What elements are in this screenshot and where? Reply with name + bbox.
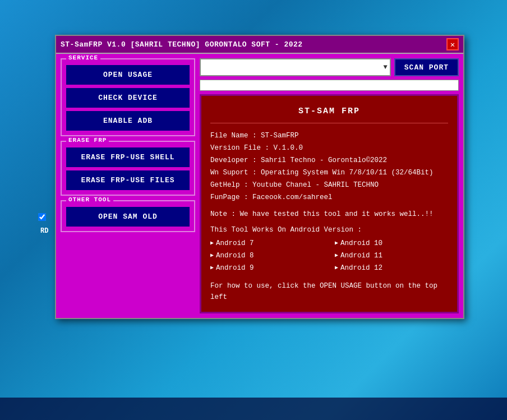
info-panel: ST-SAM FRP File Name : ST-SamFRP Version… [200, 94, 459, 313]
play-icon-1: ▶ [210, 239, 214, 248]
enable-adb-button[interactable]: ENABLE ADB [66, 111, 190, 131]
window-title: ST-SamFRP V1.0 [SAHRIL TECHNO] GORONTALO… [61, 40, 303, 49]
check-device-button[interactable]: CHECK DEVICE [66, 88, 190, 108]
info-title: ST-SAM FRP [210, 105, 448, 118]
erase-frp-group-label: ERASE FRP [66, 137, 109, 144]
info-version-file: Version File : V.1.0.0 [210, 142, 448, 154]
info-divider [210, 123, 448, 123]
desktop-rd-label: RD [40, 227, 48, 235]
info-get-help: GetHelp : Youtube Chanel - SAHRIL TECHNO [210, 179, 448, 191]
erase-frp-group: ERASE FRP ERASE FRP-USE SHELL ERASE FRP-… [61, 141, 195, 196]
android-9: ▶ Android 9 [210, 262, 324, 274]
android-10: ▶ Android 10 [335, 238, 448, 249]
android-8: ▶ Android 8 [210, 250, 324, 261]
info-file-name: File Name : ST-SamFRP [210, 130, 448, 141]
window-body: SERVICE OPEN USAGE CHECK DEVICE ENABLE A… [56, 54, 463, 318]
port-dropdown[interactable] [200, 58, 391, 76]
erase-frp-shell-button[interactable]: ERASE FRP-USE SHELL [66, 147, 190, 167]
port-dropdown-wrapper: ▼ [200, 58, 391, 76]
android-7: ▶ Android 7 [210, 238, 324, 249]
play-icon-6: ▶ [335, 264, 338, 273]
info-fun-page: FunPage : Faceook.com/sahreel [210, 192, 448, 203]
android-11: ▶ Android 11 [335, 250, 448, 261]
other-tool-group: OTHER TOOL OPEN SAM OLD [61, 200, 195, 232]
info-developer: Developer : Sahril Techno - Gorontalo©20… [210, 155, 448, 166]
play-icon-4: ▶ [335, 251, 338, 260]
service-group-label: SERVICE [66, 54, 100, 61]
right-panel: ▼ SCAN PORT ST-SAM FRP File Name : ST-Sa… [200, 58, 459, 313]
play-icon-5: ▶ [210, 264, 214, 273]
erase-frp-files-button[interactable]: ERASE FRP-USE FILES [66, 170, 190, 190]
desktop-checkbox[interactable] [38, 213, 46, 224]
other-tool-group-label: OTHER TOOL [66, 196, 113, 203]
info-footer: For how to use, click the OPEN USAGE but… [210, 280, 448, 303]
open-usage-button[interactable]: OPEN USAGE [66, 65, 190, 85]
service-group: SERVICE OPEN USAGE CHECK DEVICE ENABLE A… [61, 58, 195, 136]
title-bar: ST-SamFRP V1.0 [SAHRIL TECHNO] GORONTALO… [56, 36, 463, 54]
play-icon-3: ▶ [210, 251, 214, 260]
android-12: ▶ Android 12 [335, 262, 448, 274]
top-bar: ▼ SCAN PORT [200, 58, 459, 76]
open-sam-old-button[interactable]: OPEN SAM OLD [66, 207, 190, 227]
scan-port-button[interactable]: SCAN PORT [394, 58, 459, 76]
left-panel: SERVICE OPEN USAGE CHECK DEVICE ENABLE A… [61, 58, 195, 313]
info-note: Note : We have tested this tool and it w… [210, 209, 448, 220]
android-versions-grid: ▶ Android 7 ▶ Android 10 ▶ Android 8 ▶ A… [210, 238, 448, 274]
close-button[interactable]: ✕ [446, 38, 459, 50]
info-android-title: This Tool Works On Android Version : [210, 224, 448, 236]
taskbar [0, 398, 507, 420]
play-icon-2: ▶ [335, 239, 338, 248]
main-window: ST-SamFRP V1.0 [SAHRIL TECHNO] GORONTALO… [55, 35, 464, 319]
status-bar [200, 80, 459, 91]
info-wn-support: Wn Suport : Operating System Win 7/8/10/… [210, 167, 448, 178]
